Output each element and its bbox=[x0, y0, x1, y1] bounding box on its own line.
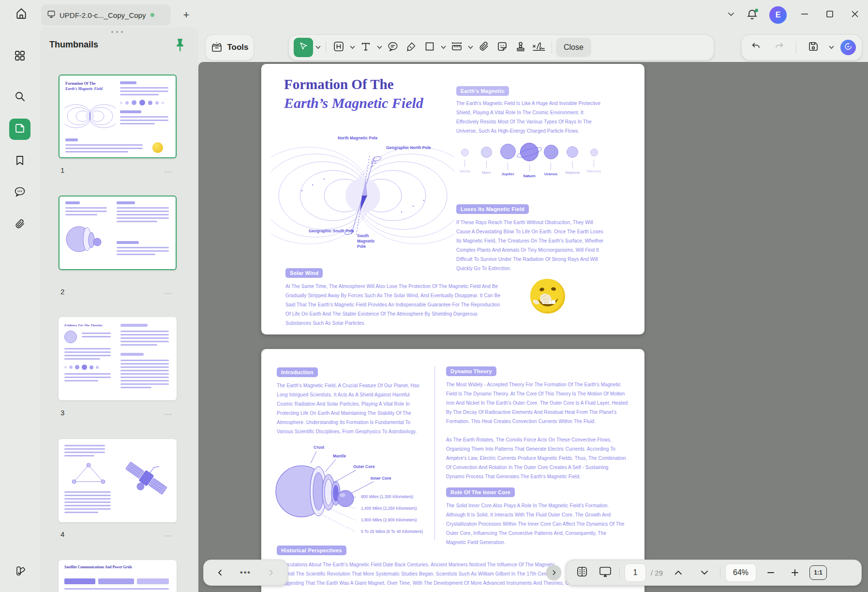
heading-tool-button[interactable] bbox=[330, 38, 347, 57]
zoom-out-button[interactable] bbox=[761, 572, 780, 574]
emoji-sticker[interactable] bbox=[527, 275, 568, 316]
save-chevron[interactable] bbox=[827, 38, 835, 57]
comment-dots-icon bbox=[14, 185, 26, 200]
sidebar-item-comments[interactable] bbox=[9, 182, 30, 203]
badge-loses-magnetic-field: Loses Its Magnetic Field bbox=[456, 204, 529, 214]
next-page-button[interactable] bbox=[268, 569, 274, 576]
new-tab-button[interactable]: + bbox=[180, 9, 193, 21]
actual-size-button[interactable]: 1:1 bbox=[809, 565, 827, 580]
sidebar-item-grid[interactable] bbox=[9, 46, 30, 67]
thumb1-title-line1: Formation Of The bbox=[65, 81, 96, 86]
panel-drag-handle[interactable] bbox=[111, 31, 123, 33]
select-tool-button[interactable] bbox=[294, 38, 313, 57]
close-window-button[interactable] bbox=[848, 8, 862, 22]
tools-label: Tools bbox=[227, 43, 248, 52]
zoom-level-input[interactable]: 64% bbox=[725, 563, 756, 582]
undo-button[interactable] bbox=[748, 38, 765, 57]
paperclip-icon bbox=[14, 218, 26, 232]
thumbnail-page-3[interactable]: Evidence For The Theories bbox=[59, 317, 177, 400]
page-up-button[interactable] bbox=[668, 570, 689, 575]
badge-dynamo-theory: Dynamo Theory bbox=[446, 366, 496, 376]
text-tool-chevron[interactable] bbox=[375, 38, 383, 57]
sidebar-item-swatches[interactable] bbox=[9, 562, 30, 583]
sidebar-item-attachments[interactable] bbox=[9, 214, 30, 236]
tools-button[interactable]: Tools bbox=[205, 34, 254, 61]
thumb2-menu-button[interactable]: ... bbox=[164, 288, 177, 295]
reading-mode-button[interactable] bbox=[573, 565, 591, 580]
label-angle: 1.5 bbox=[371, 160, 376, 165]
attach-tool-button[interactable] bbox=[475, 38, 493, 57]
thumb1-menu-button[interactable]: ... bbox=[164, 166, 177, 174]
stamp-icon bbox=[515, 41, 526, 54]
presentation-button[interactable] bbox=[596, 565, 614, 580]
document-tab[interactable]: UPDF-2.0-c..._Copy_Copy bbox=[41, 4, 171, 26]
thumbnail-1-row: 1 ... bbox=[60, 165, 177, 175]
page-number-input[interactable]: 1 bbox=[625, 563, 646, 582]
expand-status-bar-button[interactable] bbox=[546, 565, 561, 580]
signature-tool-button[interactable] bbox=[530, 38, 548, 57]
thumb1-planets-row bbox=[120, 100, 164, 106]
comment-tool-button[interactable] bbox=[384, 38, 402, 57]
sidebar-item-thumbnails[interactable] bbox=[9, 119, 30, 140]
sidebar-item-search[interactable] bbox=[9, 87, 30, 108]
page1-title-line2: Earth’s Magnetic Field bbox=[284, 95, 423, 111]
redo-button[interactable] bbox=[770, 38, 788, 57]
left-sidebar bbox=[0, 30, 40, 592]
label-inner-core: Inner Core bbox=[371, 476, 391, 481]
badge-introduction: Introduction bbox=[277, 367, 318, 377]
text-tool-button[interactable] bbox=[357, 38, 374, 57]
prev-page-button[interactable] bbox=[217, 569, 224, 576]
pdf-page-2[interactable]: Introduction The Earth's Magnetic Field,… bbox=[261, 349, 644, 592]
dynamo-paragraph-1: The Most Widely - Accepted Theory For Th… bbox=[446, 380, 628, 426]
earths-magnetic-paragraph: The Earth's Magnetic Field Is Like A Hug… bbox=[456, 99, 605, 136]
thumbnail-page-2[interactable] bbox=[59, 196, 177, 270]
save-button[interactable] bbox=[805, 38, 822, 57]
thumb4-menu-button[interactable]: ... bbox=[164, 530, 177, 538]
measure-tool-button[interactable] bbox=[448, 38, 465, 57]
thumb2-layers-diagram bbox=[64, 222, 113, 257]
thumbnail-page-4[interactable] bbox=[59, 439, 177, 522]
shape-tool-button[interactable] bbox=[421, 38, 438, 57]
pin-icon[interactable] bbox=[173, 38, 188, 53]
notifications-button[interactable] bbox=[746, 9, 759, 21]
cursor-icon bbox=[299, 42, 308, 53]
measure-tool-chevron[interactable] bbox=[466, 38, 474, 57]
home-button[interactable] bbox=[11, 4, 32, 25]
inner-core-paragraph: The Solid Inner Core Also Plays A Role I… bbox=[446, 501, 625, 547]
ruler-icon bbox=[450, 40, 463, 55]
thumbnail-page-5[interactable]: Satellite Communications And Power Grids bbox=[59, 560, 177, 592]
planet-mars: Mars bbox=[476, 143, 497, 178]
close-document-button[interactable]: Close bbox=[556, 38, 591, 57]
select-tool-chevron[interactable] bbox=[314, 38, 322, 57]
close-icon bbox=[851, 10, 859, 20]
thumbnail-page-1[interactable]: Formation Of The Earth’s Magnetic Field bbox=[59, 75, 177, 158]
collapse-toolbar-chevron[interactable] bbox=[727, 10, 735, 20]
planet-neptune: Neptune bbox=[562, 143, 583, 178]
zoom-in-button[interactable] bbox=[785, 569, 805, 577]
minimize-button[interactable] bbox=[797, 8, 812, 22]
thumb3-menu-button[interactable]: ... bbox=[164, 409, 177, 416]
sticker-tool-button[interactable] bbox=[494, 38, 511, 57]
thumb1-field-diagram bbox=[64, 97, 116, 136]
sidebar-item-bookmarks[interactable] bbox=[9, 151, 30, 172]
label-measure-2: 1,400 Miles (2,250 Kilometers) bbox=[361, 506, 417, 511]
document-canvas[interactable]: Formation Of The Earth’s Magnetic Field … bbox=[198, 62, 868, 592]
label-south-magnetic-pole: South Magnetic Pole bbox=[357, 233, 379, 249]
ai-assistant-button[interactable] bbox=[840, 40, 856, 55]
stamp-tool-button[interactable] bbox=[512, 38, 529, 57]
highlighter-tool-button[interactable] bbox=[403, 38, 420, 57]
maximize-button[interactable] bbox=[823, 8, 837, 22]
more-pages-button[interactable]: ••• bbox=[240, 568, 251, 577]
planet-venus: Venus bbox=[454, 143, 475, 178]
planet-uranus: Uranus bbox=[540, 143, 561, 178]
pdf-page-1[interactable]: Formation Of The Earth’s Magnetic Field … bbox=[261, 64, 644, 334]
swatches-icon bbox=[14, 565, 26, 579]
label-measure-4: 5 To 25 Miles (8 To 40 Kilometers) bbox=[361, 529, 423, 534]
badge-solar-wind: Solar Wind bbox=[285, 268, 323, 278]
page-down-button[interactable] bbox=[694, 570, 715, 575]
shape-tool-chevron[interactable] bbox=[439, 38, 447, 57]
history-toolbar bbox=[741, 34, 862, 61]
planet-mercury: Mercury bbox=[584, 143, 604, 178]
heading-tool-chevron[interactable] bbox=[348, 38, 356, 57]
user-avatar[interactable]: E bbox=[769, 6, 787, 24]
